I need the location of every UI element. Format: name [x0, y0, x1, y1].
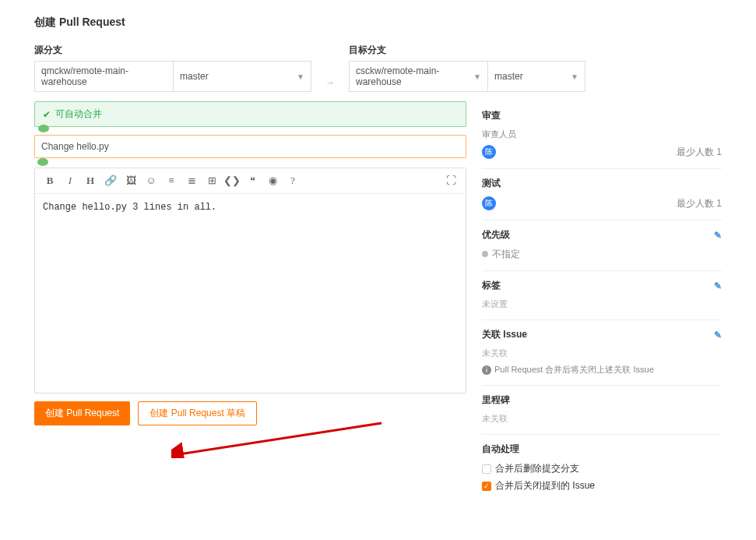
min-testers: 最少人数 1 [677, 197, 722, 210]
target-repo-select[interactable]: csckw/remote-main-warehouse▼ [349, 61, 487, 92]
milestone-section: 里程碑 未关联 [482, 386, 722, 435]
editor-toolbar: B I H 🔗 🖼 ☺ ≡ ≣ ⊞ ❮❯ ❝ ◉ ? ⛶ [35, 168, 466, 194]
min-reviewers: 最少人数 1 [677, 146, 722, 159]
help-icon[interactable]: ? [284, 172, 301, 189]
emoji-icon[interactable]: ☺ [142, 172, 160, 189]
chevron-down-icon: ▼ [473, 72, 481, 81]
source-repo-select[interactable]: qmckw/remote-main-warehouse [34, 61, 173, 92]
branch-selector-row: 源分支 qmckw/remote-main-warehouse master▼ … [34, 44, 722, 92]
issue-section: 关联 Issue✎ 未关联 iPull Request 合并后将关闭上述关联 I… [482, 320, 722, 386]
info-icon: i [482, 365, 491, 375]
close-issue-checkbox[interactable]: ✓合并后关闭提到的 Issue [482, 479, 722, 492]
tags-section: 标签✎ 未设置 [482, 271, 722, 320]
code-icon[interactable]: ❮❯ [223, 172, 241, 189]
preview-icon[interactable]: ◉ [264, 172, 281, 189]
merge-status-banner: ✔ 可自动合并 [34, 101, 466, 127]
link-icon[interactable]: 🔗 [102, 172, 119, 189]
create-draft-button[interactable]: 创建 Pull Request 草稿 [138, 401, 257, 425]
heading-icon[interactable]: H [82, 172, 99, 189]
reviewer-avatar[interactable]: 陈 [482, 145, 496, 159]
source-branch-select[interactable]: master▼ [173, 61, 311, 92]
target-branch-select[interactable]: master▼ [487, 61, 585, 92]
edit-icon[interactable]: ✎ [714, 330, 722, 341]
pr-body-textarea[interactable]: Change hello.py 3 lines in all. [35, 194, 466, 393]
fullscreen-icon[interactable]: ⛶ [442, 172, 459, 189]
check-circle-icon: ✔ [43, 109, 51, 120]
chevron-down-icon: ▼ [571, 72, 578, 81]
delete-branch-checkbox[interactable]: 合并后删除提交分支 [482, 462, 722, 475]
dot-icon [482, 251, 488, 257]
arrow-right-icon: → [321, 73, 339, 92]
auto-section: 自动处理 合并后删除提交分支 ✓合并后关闭提到的 Issue [482, 435, 722, 502]
priority-section: 优先级✎ 不指定 [482, 221, 722, 271]
ordered-list-icon[interactable]: ≡ [163, 172, 180, 189]
image-icon[interactable]: 🖼 [122, 172, 139, 189]
review-section: 审查 审查人员 陈 最少人数 1 [482, 101, 722, 169]
target-branch-label: 目标分支 [349, 44, 585, 57]
editor: B I H 🔗 🖼 ☺ ≡ ≣ ⊞ ❮❯ ❝ ◉ ? ⛶ Change hell [34, 168, 466, 394]
quote-icon[interactable]: ❝ [244, 172, 261, 189]
bold-icon[interactable]: B [41, 172, 58, 189]
pr-title-input[interactable] [34, 135, 466, 158]
highlight-bubble-icon [38, 125, 49, 132]
edit-icon[interactable]: ✎ [714, 230, 722, 241]
unordered-list-icon[interactable]: ≣ [183, 172, 200, 189]
highlight-bubble-icon [37, 158, 48, 166]
page-title: 创建 Pull Request [34, 16, 722, 30]
tester-avatar[interactable]: 陈 [482, 196, 496, 210]
source-branch-label: 源分支 [34, 44, 311, 57]
edit-icon[interactable]: ✎ [714, 281, 722, 291]
italic-icon[interactable]: I [62, 172, 79, 189]
test-section: 测试 陈 最少人数 1 [482, 169, 722, 221]
create-pr-button[interactable]: 创建 Pull Request [34, 401, 130, 425]
chevron-down-icon: ▼ [297, 72, 304, 81]
table-icon[interactable]: ⊞ [203, 172, 220, 189]
